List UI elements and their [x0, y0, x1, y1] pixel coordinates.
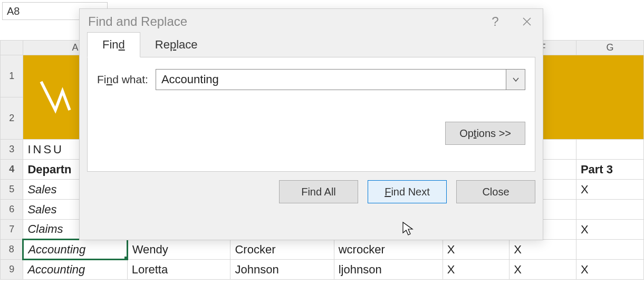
row-header-3[interactable]: 3	[1, 140, 23, 160]
cell[interactable]: X	[510, 240, 576, 260]
col-header-g[interactable]: G	[576, 41, 643, 55]
cell[interactable]	[576, 200, 643, 220]
cell[interactable]: wcrocker	[334, 240, 443, 260]
dialog-title: Find and Replace	[88, 14, 187, 29]
row-header-2[interactable]: 2	[1, 97, 23, 140]
row-header-1[interactable]: 1	[1, 55, 23, 97]
tab-find[interactable]: Find	[87, 32, 140, 57]
find-replace-dialog: Find and Replace ? Find Replace Find wha…	[79, 8, 543, 240]
close-icon[interactable]	[520, 14, 534, 29]
cell[interactable]: X	[510, 260, 576, 280]
find-what-combo	[156, 69, 525, 90]
row-header-5[interactable]: 5	[1, 180, 23, 200]
row-header-6[interactable]: 6	[1, 200, 23, 220]
dialog-titlebar[interactable]: Find and Replace ?	[80, 9, 543, 32]
cell[interactable]: ljohnson	[334, 260, 443, 280]
logo-icon	[32, 72, 79, 120]
row-header-8[interactable]: 8	[1, 240, 23, 260]
cell[interactable]	[576, 140, 643, 160]
row-header-9[interactable]: 9	[1, 260, 23, 280]
cell[interactable]: Johnson	[230, 260, 334, 280]
find-next-button[interactable]: Find Next	[368, 180, 447, 203]
tab-replace[interactable]: Replace	[140, 32, 213, 57]
find-all-button[interactable]: Find All	[279, 180, 358, 203]
cell[interactable]: X	[576, 180, 643, 200]
cell[interactable]: Accounting	[23, 260, 127, 280]
cell[interactable]: Crocker	[230, 240, 334, 260]
cell[interactable]: X	[443, 260, 509, 280]
select-all-corner[interactable]	[1, 41, 23, 55]
help-icon[interactable]: ?	[488, 14, 503, 29]
chevron-down-icon[interactable]	[506, 70, 525, 90]
find-what-label: Find what:	[97, 73, 148, 86]
cell[interactable]: X	[443, 240, 509, 260]
options-button[interactable]: Options >>	[445, 122, 525, 145]
cell-selected[interactable]: Accounting	[23, 240, 127, 260]
find-what-input[interactable]	[156, 70, 506, 90]
cell[interactable]: X	[576, 260, 643, 280]
row-header-7[interactable]: 7	[1, 220, 23, 240]
header-cell-part3[interactable]: Part 3	[576, 160, 643, 180]
cell[interactable]	[576, 240, 643, 260]
dialog-body: Find what: Options >>	[87, 57, 535, 172]
cell[interactable]: Wendy	[127, 240, 230, 260]
cell[interactable]: X	[576, 220, 643, 240]
close-button[interactable]: Close	[456, 180, 535, 203]
cell[interactable]: Loretta	[127, 260, 230, 280]
dialog-tabs: Find Replace	[87, 32, 535, 57]
row-header-4[interactable]: 4	[1, 160, 23, 180]
